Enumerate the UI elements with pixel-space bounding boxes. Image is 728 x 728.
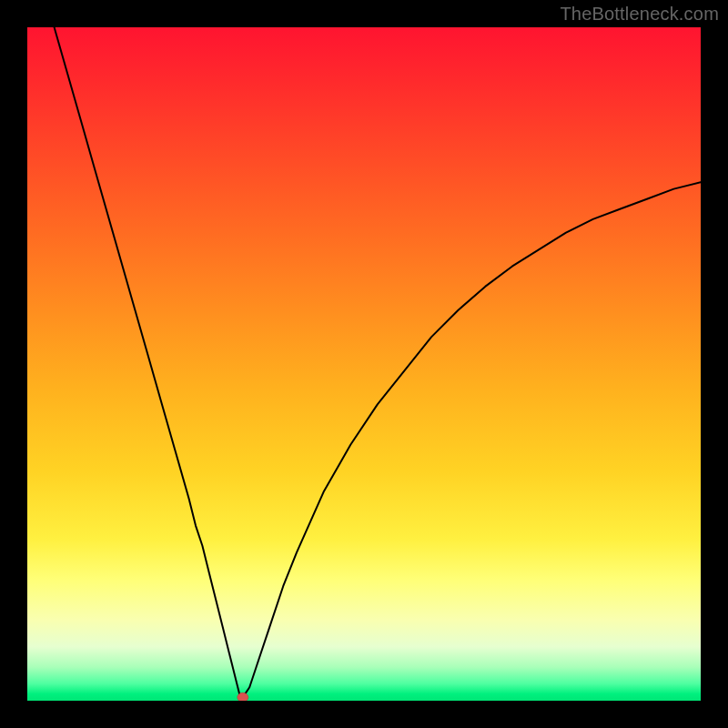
chart-frame: TheBottleneck.com	[0, 0, 728, 728]
minimum-marker	[238, 693, 248, 701]
plot-area	[27, 27, 701, 701]
plot-svg	[27, 27, 701, 701]
bottleneck-curve	[55, 27, 701, 697]
attribution-text: TheBottleneck.com	[560, 4, 719, 25]
